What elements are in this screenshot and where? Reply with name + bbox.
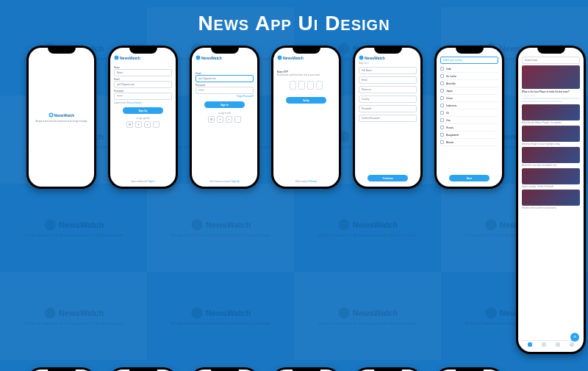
radio-icon [440,96,444,100]
input-name[interactable]: Name [114,69,172,76]
country-item[interactable]: Indonesia [440,102,498,109]
phone-otp: NewsWatch Enter OTP A verification code … [271,46,341,189]
card-title: Rahul Gandhi Rally in Punjab: Live updat… [522,121,580,124]
social-row: G f t [114,121,172,128]
card-title: Weather alert issued for coastal areas [522,206,580,209]
svg-point-17 [50,114,52,116]
social-facebook[interactable]: f [135,121,142,128]
news-card[interactable] [522,168,580,184]
social-apple[interactable] [153,121,159,128]
input-email[interactable]: jan17@gmail.com [114,81,172,88]
search-input[interactable]: Search news [522,57,580,64]
nav-bookmark-icon[interactable] [556,342,560,347]
phone-article: Women's population nears 4,000 percent s… [108,367,178,371]
input-password[interactable]: Password [359,105,417,112]
phone-signup: NewsWatch Name Name Email jan17@gmail.co… [108,46,178,189]
phone-settings: Settings My Tags Notifications About & H… [271,367,341,371]
input-fullname[interactable]: Full Name [359,67,417,74]
forgot-password-link[interactable]: Forgot Password? [196,95,254,98]
phone-form-long: NewsWatch Step 1 of 2 Full Name Email Ph… [353,46,423,189]
country-item[interactable]: Australia [440,80,498,87]
social-google[interactable]: G [208,116,215,123]
radio-icon [440,82,444,85]
bottom-nav [522,340,580,348]
radio-icon [440,74,444,78]
otp-digit[interactable] [316,81,323,90]
country-item[interactable]: China [440,95,498,102]
otp-digit[interactable] [290,81,296,90]
goto-signin[interactable]: Sign In [148,180,155,183]
card-title: Market hits new high amid global cues [522,164,580,167]
or-label: or sign up with [114,117,172,120]
news-card[interactable] [522,147,580,163]
otp-inputs [277,81,335,90]
country-search[interactable]: Select your country [440,57,498,64]
svg-point-19 [196,56,201,60]
country-item[interactable]: Uk [440,109,498,117]
radio-icon [440,67,444,71]
phone-countries: Select your country India Sri Lanka Aust… [434,46,504,189]
input-password[interactable]: •••••••• [114,93,172,100]
otp-desc: A verification code has been sent to you… [277,73,335,76]
next-button[interactable]: Next [449,175,490,181]
social-facebook[interactable]: f [217,116,223,123]
phone-poll: Create Poll Write your question Option O… [353,367,423,371]
phone-profile: Full Name Email Phone no Country Date of… [434,367,504,371]
svg-point-20 [278,56,282,60]
verify-button[interactable]: Verify [286,97,326,104]
hero-image[interactable] [522,65,580,89]
card-title: Sports roundup: Cricket & Football [522,185,580,188]
country-item[interactable]: Usa [440,117,498,124]
social-twitter[interactable]: t [144,121,151,128]
country-item[interactable]: Bhutan [440,139,498,146]
nav-explore-icon[interactable] [542,342,546,347]
social-google[interactable]: G [126,121,133,128]
terms-link[interactable]: Terms of Service [126,101,142,104]
phone-tall-feed: Search news What is the best Player in I… [516,46,586,354]
country-item[interactable]: Sri Lanka [440,73,498,80]
nav-profile-icon[interactable] [570,342,574,347]
country-item[interactable]: Russia [440,124,498,132]
nav-home-icon[interactable] [528,342,532,347]
svg-point-21 [359,56,364,60]
news-card[interactable] [522,104,580,120]
radio-icon [440,118,444,122]
card-title: Breaking: Budget session highlights toda… [522,143,580,145]
radio-icon [440,126,444,129]
signin-button[interactable]: Sign In [204,101,245,108]
country-item[interactable]: India [440,65,498,73]
country-item[interactable]: Japan [440,87,498,95]
input-password[interactable]: •••••••• [196,87,254,94]
svg-point-18 [115,56,119,60]
radio-icon [440,89,444,93]
social-apple[interactable] [234,116,241,123]
input-phone[interactable]: Phone no [359,86,417,93]
social-twitter[interactable]: t [226,116,232,123]
news-card[interactable] [522,126,580,142]
otp-digit[interactable] [307,81,314,90]
news-card[interactable] [522,190,580,206]
otp-digit[interactable] [298,81,305,90]
newswatch-logo: NewsWatch [49,112,75,118]
input-confirm-password[interactable]: Confirm Password [359,115,417,122]
input-email[interactable]: Email [359,76,417,84]
compose-fab[interactable]: + [570,333,579,342]
phone-explore: Popular Tags Technology India Entertainm… [190,367,259,371]
resend-link[interactable]: Resend [309,180,317,183]
radio-icon [440,111,444,115]
phone-feed: Trending What is the best Player in Indi… [26,367,96,371]
splash-tagline: All type of news from all trusted source… [36,120,87,123]
page-title: News App Ui Design [0,0,588,35]
country-item[interactable]: Bangladesh [440,132,498,139]
input-email[interactable]: jan17@gmail.com [196,75,254,82]
phone-splash: NewsWatch All type of news from all trus… [26,46,96,189]
step-indicator: Step 1 of 2 [359,62,417,65]
headline[interactable]: What is the best Player in India Cricket… [522,90,580,93]
goto-signup[interactable]: Sign Up [232,180,240,183]
signup-button[interactable]: Sign Up [123,107,163,114]
or-label: or sign in with [196,112,254,115]
continue-button[interactable]: Continue [368,175,408,181]
radio-icon [440,140,444,144]
phone-signin: NewsWatch Email jan17@gmail.com Password… [190,46,259,189]
input-country[interactable]: Country [359,96,417,103]
